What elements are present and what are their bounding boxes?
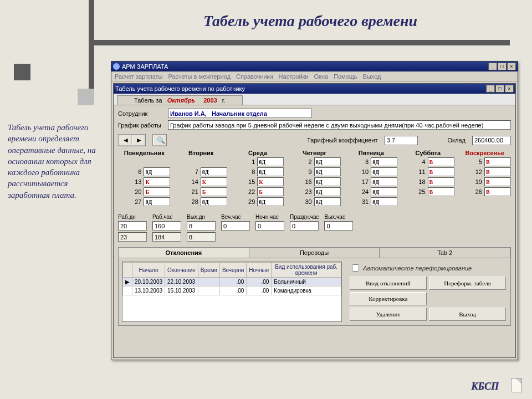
lower-tab[interactable]: Отклонения <box>119 248 249 258</box>
day-cell <box>459 197 511 206</box>
child-maximize-button[interactable]: □ <box>495 85 504 93</box>
tariff-field[interactable] <box>385 136 418 145</box>
day-cell: 17 <box>345 177 397 186</box>
total-input[interactable] <box>290 221 319 231</box>
period-tab-label[interactable]: Табель за Октябрь 2003 г. <box>117 95 243 105</box>
add-deviation-button[interactable]: Ввод отклонений <box>350 277 427 290</box>
day-cell: 21 <box>175 187 227 196</box>
day-value-input[interactable] <box>201 187 227 196</box>
auto-reform-label: Автоматическое переформирование <box>363 265 472 272</box>
lower-tab[interactable]: Переводы <box>249 248 380 258</box>
table-header[interactable]: Время <box>198 263 219 278</box>
menu-item[interactable]: Расчет зарплаты <box>115 73 163 80</box>
day-value-input[interactable] <box>201 167 227 176</box>
day-value-input[interactable] <box>201 177 227 186</box>
app-titlebar: АРМ ЗАРПЛАТА _ □ × <box>111 62 518 71</box>
next-button[interactable]: ► <box>132 135 145 146</box>
employee-label: Сотрудник <box>118 110 165 117</box>
period-year: 2003 <box>203 97 217 104</box>
day-cell: 3 <box>345 157 397 166</box>
day-cell: 19 <box>459 177 511 186</box>
day-value-input[interactable] <box>371 177 397 186</box>
day-cell: 13 <box>118 177 170 186</box>
day-value-input[interactable] <box>428 167 454 176</box>
day-value-input[interactable] <box>314 167 341 176</box>
menu-item[interactable]: Расчеты в межпериод <box>168 73 231 80</box>
day-number: 11 <box>417 168 426 175</box>
day-value-input[interactable] <box>257 167 284 176</box>
day-cell: 22 <box>232 187 284 196</box>
tab-prefix: Табель за <box>134 97 162 104</box>
table-row[interactable]: 13.10.200315.10.2003.00.00Командировка <box>123 287 341 295</box>
table-header[interactable]: Ночные <box>247 263 272 278</box>
menu-item[interactable]: Окна <box>314 73 329 80</box>
total-input[interactable] <box>187 221 216 231</box>
day-value-input[interactable] <box>428 177 454 186</box>
day-value-input[interactable] <box>314 187 341 196</box>
reform-button[interactable]: Переформ. табеля <box>429 277 506 290</box>
day-number: 23 <box>303 188 312 195</box>
table-row[interactable]: ▶20.10.200322.10.2003.00.00Больничный <box>123 278 341 287</box>
day-value-input[interactable] <box>144 187 170 196</box>
menu-item[interactable]: Настройки <box>279 73 309 80</box>
edit-button[interactable]: Корректировка <box>350 292 427 305</box>
table-header[interactable]: Вечерни <box>219 263 246 278</box>
exit-button[interactable]: Выход <box>429 308 506 321</box>
day-value-input[interactable] <box>371 167 397 176</box>
day-value-input[interactable] <box>314 197 341 206</box>
auto-reform-input[interactable] <box>352 264 359 272</box>
day-value-input[interactable] <box>201 197 227 206</box>
day-value-input[interactable] <box>257 187 284 196</box>
day-number: 18 <box>417 178 426 185</box>
day-cell: 25 <box>402 187 454 196</box>
day-value-input[interactable] <box>484 157 511 166</box>
nav-buttons: ◄ ► <box>118 134 146 146</box>
day-value-input[interactable] <box>314 157 341 166</box>
auto-reform-checkbox[interactable]: Автоматическое переформирование <box>350 263 506 273</box>
day-value-input[interactable] <box>144 167 170 176</box>
deviations-table[interactable]: НачалоОкончаниеВремяВечерниНочныеВид исп… <box>122 262 342 322</box>
menu-item[interactable]: Выход <box>363 73 381 80</box>
day-cell: 15 <box>232 177 284 186</box>
day-value-input[interactable] <box>484 167 511 176</box>
timesheet-grid: ПонедельникВторникСредаЧетвергПятницаСуб… <box>118 150 511 206</box>
day-value-input[interactable] <box>144 177 170 186</box>
day-value-input[interactable] <box>484 177 511 186</box>
day-value-input[interactable] <box>371 187 397 196</box>
preview-button[interactable]: 🔍 <box>153 135 166 146</box>
table-header[interactable]: Начало <box>132 263 165 278</box>
child-close-button[interactable]: × <box>505 85 514 93</box>
minimize-button[interactable]: _ <box>488 63 497 70</box>
day-value-input[interactable] <box>257 177 284 186</box>
total-input[interactable] <box>255 221 284 231</box>
day-value-input[interactable] <box>428 157 454 166</box>
day-value-input[interactable] <box>144 197 170 206</box>
prev-button[interactable]: ◄ <box>119 135 132 146</box>
total-input[interactable] <box>221 221 250 231</box>
day-value-input[interactable] <box>371 197 397 206</box>
maximize-button[interactable]: □ <box>498 63 507 70</box>
salary-field[interactable] <box>472 136 511 145</box>
table-header[interactable]: Вид использования раб. времени <box>272 263 341 278</box>
lower-tab[interactable]: Tab 2 <box>380 248 510 258</box>
delete-button[interactable]: Удаление <box>350 308 427 321</box>
day-value-input[interactable] <box>428 187 454 196</box>
menu-bar: Расчет зарплатыРасчеты в межпериодСправо… <box>111 71 518 81</box>
total-input[interactable] <box>152 221 181 231</box>
day-value-input[interactable] <box>484 187 511 196</box>
day-value-input[interactable] <box>257 157 284 166</box>
day-value-input[interactable] <box>371 157 397 166</box>
menu-item[interactable]: Справочники <box>236 73 273 80</box>
menu-item[interactable]: Помощь <box>334 73 357 80</box>
total-input[interactable] <box>324 221 353 231</box>
tariff-label: Тарифный коэффициент <box>307 137 377 144</box>
day-value-input[interactable] <box>257 197 284 206</box>
table-header[interactable]: Окончание <box>165 263 198 278</box>
close-button[interactable]: × <box>507 63 516 70</box>
total-input[interactable] <box>118 221 147 231</box>
child-minimize-button[interactable]: _ <box>486 85 495 93</box>
day-value-input[interactable] <box>314 177 341 186</box>
schedule-field[interactable] <box>168 120 511 130</box>
weekday-header: Понедельник <box>118 150 170 156</box>
employee-field[interactable] <box>168 109 312 118</box>
